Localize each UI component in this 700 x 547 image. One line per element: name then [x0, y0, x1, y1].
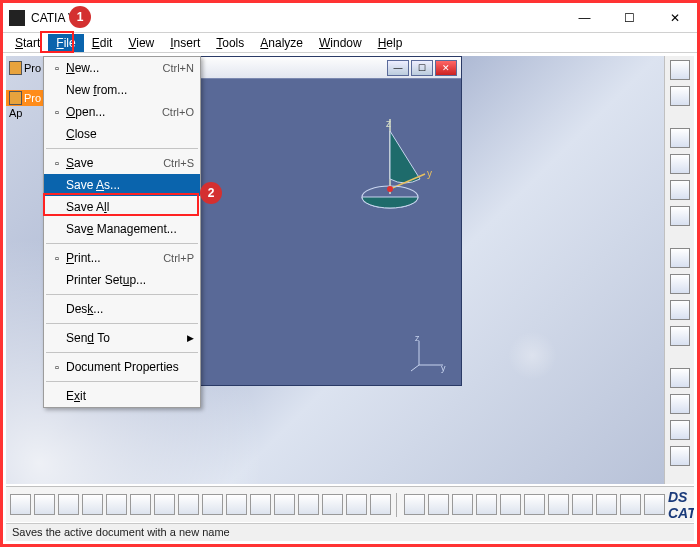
layer-icon[interactable]: [370, 494, 391, 515]
menu-analyze[interactable]: Analyze: [252, 34, 311, 52]
menu-separator: [46, 148, 198, 149]
menu-tools[interactable]: Tools: [208, 34, 252, 52]
axis-icon[interactable]: [670, 326, 690, 346]
light-icon[interactable]: [670, 446, 690, 466]
menu-window[interactable]: Window: [311, 34, 370, 52]
menu-separator: [46, 323, 198, 324]
collapse-icon[interactable]: [644, 494, 665, 515]
toolbar-divider: [396, 493, 399, 517]
select-icon[interactable]: [670, 86, 690, 106]
menu-start[interactable]: Start: [7, 34, 48, 52]
cube-icon[interactable]: [670, 180, 690, 200]
tree-icon: [9, 61, 22, 75]
saveall-icon[interactable]: [82, 494, 103, 515]
help-icon[interactable]: [226, 494, 247, 515]
svg-text:z: z: [415, 333, 420, 343]
svg-line-8: [411, 365, 419, 371]
app-title: CATIA V5: [31, 11, 562, 25]
layers-icon[interactable]: [670, 300, 690, 320]
menu-item-open[interactable]: ▫Open...Ctrl+O: [44, 101, 200, 123]
menu-item-close[interactable]: Close: [44, 123, 200, 145]
region-icon[interactable]: [524, 494, 545, 515]
menu-item-save-management[interactable]: Save Management...: [44, 218, 200, 240]
fx-icon[interactable]: [250, 494, 271, 515]
menu-item-send-to[interactable]: Send To▶: [44, 327, 200, 349]
redo-icon[interactable]: [202, 494, 223, 515]
submenu-arrow-icon: ▶: [187, 333, 194, 343]
menu-item-accel: Ctrl+N: [163, 62, 194, 74]
fit-icon[interactable]: [428, 494, 449, 515]
menu-help[interactable]: Help: [370, 34, 411, 52]
flyto-icon[interactable]: [572, 494, 593, 515]
doc-minimize-button[interactable]: —: [387, 60, 409, 76]
table-icon[interactable]: [298, 494, 319, 515]
menu-item-save-all[interactable]: Save All: [44, 196, 200, 218]
mesh-icon[interactable]: [670, 368, 690, 388]
app-icon: [9, 10, 25, 26]
menu-item-label: Close: [66, 127, 194, 141]
undo-icon[interactable]: [178, 494, 199, 515]
close-button[interactable]: ✕: [652, 3, 697, 33]
maximize-button[interactable]: ☐: [607, 3, 652, 33]
look-icon[interactable]: [548, 494, 569, 515]
svg-text:z: z: [386, 118, 391, 129]
pan-icon[interactable]: [452, 494, 473, 515]
menu-item-accel: Ctrl+O: [162, 106, 194, 118]
menu-item-print[interactable]: ▫Print...Ctrl+P: [44, 247, 200, 269]
new-icon[interactable]: [10, 494, 31, 515]
status-bar: Saves the active document with a new nam…: [6, 523, 694, 541]
menu-item-label: Exit: [66, 389, 194, 403]
open-icon[interactable]: [34, 494, 55, 515]
right-toolbar: [664, 56, 694, 484]
axis-icon[interactable]: [274, 494, 295, 515]
open-icon: ▫: [48, 106, 66, 118]
menu-item-exit[interactable]: Exit: [44, 385, 200, 407]
file-menu-dropdown: ▫New...Ctrl+NNew from...▫Open...Ctrl+OCl…: [43, 56, 201, 408]
minimize-button[interactable]: —: [562, 3, 607, 33]
menu-item-printer-setup[interactable]: Printer Setup...: [44, 269, 200, 291]
menu-item-label: Print...: [66, 251, 163, 265]
hide-icon[interactable]: [596, 494, 617, 515]
workbench-icon[interactable]: [670, 60, 690, 80]
cut-icon[interactable]: [106, 494, 127, 515]
menu-item-label: Printer Setup...: [66, 273, 194, 287]
menu-item-save[interactable]: ▫SaveCtrl+S: [44, 152, 200, 174]
grid-icon[interactable]: [670, 274, 690, 294]
menu-item-desk[interactable]: Desk...: [44, 298, 200, 320]
plane-icon[interactable]: [670, 394, 690, 414]
block-icon[interactable]: [346, 494, 367, 515]
rotate-icon[interactable]: [476, 494, 497, 515]
paste-icon[interactable]: [154, 494, 175, 515]
loft-icon[interactable]: [670, 420, 690, 440]
zoom-icon[interactable]: [500, 494, 521, 515]
menu-file[interactable]: File: [48, 34, 83, 52]
grid-icon[interactable]: [322, 494, 343, 515]
axis-triad[interactable]: z y: [411, 333, 451, 375]
copy-icon[interactable]: [130, 494, 151, 515]
pin-icon[interactable]: [670, 128, 690, 148]
workspace: Pro Pro Ap — ☐ ✕ z y: [6, 56, 664, 484]
tree-node-selected: Pro: [6, 90, 44, 106]
disk-icon[interactable]: [670, 206, 690, 226]
svg-text:y: y: [441, 363, 446, 373]
save-icon: ▫: [48, 157, 66, 169]
spec-tree[interactable]: Pro Pro Ap: [6, 56, 44, 120]
save-icon[interactable]: [58, 494, 79, 515]
menu-insert[interactable]: Insert: [162, 34, 208, 52]
menu-edit[interactable]: Edit: [84, 34, 121, 52]
menu-view[interactable]: View: [120, 34, 162, 52]
menu-item-new[interactable]: ▫New...Ctrl+N: [44, 57, 200, 79]
menu-item-new-from[interactable]: New from...: [44, 79, 200, 101]
doc-close-button[interactable]: ✕: [435, 60, 457, 76]
show-icon[interactable]: [620, 494, 641, 515]
annotation-number-2: 2: [200, 182, 222, 204]
rect-icon[interactable]: [670, 248, 690, 268]
title-bar: CATIA V5 — ☐ ✕: [3, 3, 697, 33]
print-icon: ▫: [48, 252, 66, 264]
menu-item-document-properties[interactable]: ▫Document Properties: [44, 356, 200, 378]
compass-icon[interactable]: [404, 494, 425, 515]
menu-separator: [46, 294, 198, 295]
menu-item-save-as[interactable]: Save As...: [44, 174, 200, 196]
gear-icon[interactable]: [670, 154, 690, 174]
doc-maximize-button[interactable]: ☐: [411, 60, 433, 76]
